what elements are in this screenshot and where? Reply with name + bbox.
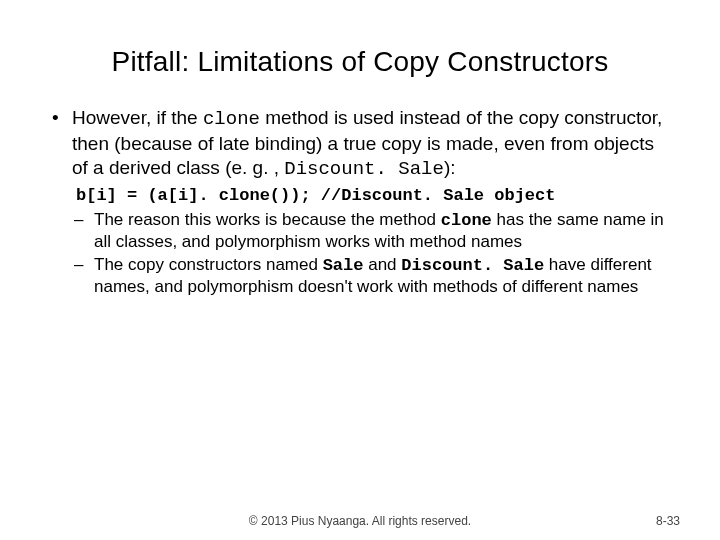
sub-bullet-reason-1: The reason this works is because the met…	[72, 209, 672, 253]
bullet-list-lvl2: b[i] = (a[i]. clone()); //Discount. Sale…	[72, 185, 672, 297]
page-number: 8-33	[656, 514, 680, 528]
copyright-text: © 2013 Pius Nyaanga. All rights reserved…	[249, 514, 471, 528]
bullet-list-lvl1: However, if the clone method is used ins…	[48, 106, 672, 298]
code-inline-discount-sale: Discount. Sale	[284, 158, 444, 180]
code-inline-sale: Sale	[323, 256, 364, 275]
code-inline-discount-sale-bold: Discount. Sale	[401, 256, 544, 275]
code-inline-clone: clone	[203, 108, 260, 130]
text-fragment: ):	[444, 157, 456, 178]
text-fragment: However, if the	[72, 107, 203, 128]
bullet-item-main: However, if the clone method is used ins…	[48, 106, 672, 298]
text-fragment: The copy constructors named	[94, 255, 323, 274]
text-fragment: and	[363, 255, 401, 274]
text-fragment: The reason this works is because the met…	[94, 210, 441, 229]
slide: Pitfall: Limitations of Copy Constructor…	[0, 0, 720, 540]
code-line: b[i] = (a[i]. clone()); //Discount. Sale…	[72, 185, 672, 206]
sub-bullet-reason-2: The copy constructors named Sale and Dis…	[72, 254, 672, 298]
slide-body: However, if the clone method is used ins…	[48, 106, 672, 298]
slide-title: Pitfall: Limitations of Copy Constructor…	[48, 0, 672, 106]
code-inline-clone-bold: clone	[441, 211, 492, 230]
